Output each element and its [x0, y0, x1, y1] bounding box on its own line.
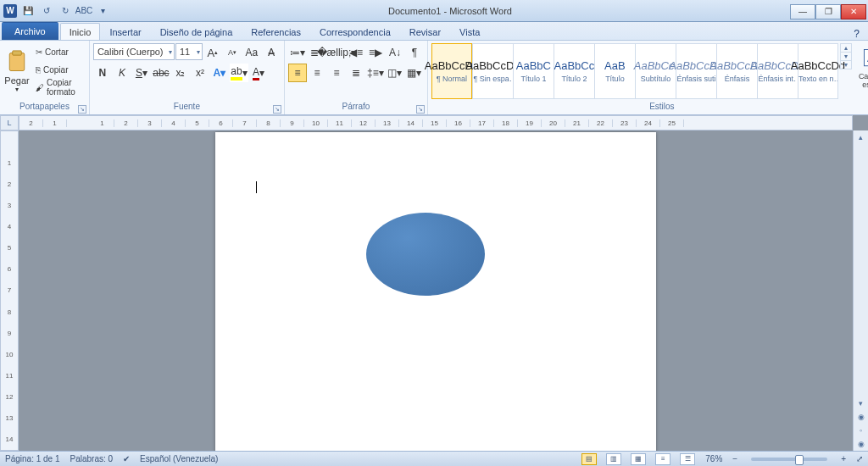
page[interactable] [215, 132, 656, 451]
bullets-button[interactable]: ≔▾ [288, 43, 307, 62]
tab-inicio[interactable]: Inicio [60, 23, 101, 40]
gallery-down[interactable]: ▾ [841, 53, 851, 61]
zoom-level[interactable]: 76% [705, 454, 722, 463]
align-center-button[interactable]: ≡ [308, 64, 326, 82]
align-right-button[interactable]: ≡ [327, 64, 346, 82]
next-page[interactable]: ◉ [854, 437, 868, 451]
tab-referencias[interactable]: Referencias [242, 23, 310, 40]
cut-button[interactable]: ✂ Cortar [32, 43, 86, 60]
bold-button[interactable]: N [93, 64, 112, 82]
font-size-combo[interactable]: 11 [175, 43, 203, 60]
workspace: L 21123456789101112131415161718192021222… [0, 115, 868, 451]
help-icon[interactable]: ? [845, 28, 868, 40]
prev-page[interactable]: ◉ [854, 410, 868, 424]
style-texto-en-n-[interactable]: AaBbCcDdTexto en n… [798, 43, 838, 99]
view-reading[interactable]: ▥ [606, 453, 621, 465]
align-left-button[interactable]: ≡ [288, 64, 307, 82]
zoom-slider[interactable] [751, 458, 827, 461]
qat-more[interactable]: ▾ [95, 3, 110, 19]
paste-icon [4, 50, 30, 74]
qat-save[interactable]: 💾 [20, 3, 36, 19]
show-marks-button[interactable]: ¶ [405, 43, 424, 62]
window-title: Documento1 - Microsoft Word [110, 6, 790, 16]
highlight-button[interactable]: ab▾ [230, 64, 248, 82]
status-proofing-icon[interactable]: ✔ [123, 454, 130, 463]
zoom-fit[interactable]: ⤢ [856, 454, 863, 463]
status-words[interactable]: Palabras: 0 [70, 454, 114, 463]
zoom-in[interactable]: + [841, 454, 846, 463]
qat-redo[interactable]: ↻ [58, 3, 73, 19]
copy-button[interactable]: ⎘ Copiar [32, 61, 86, 78]
change-styles-button[interactable]: A Cambiar estilos ▾ [854, 43, 868, 99]
shape-oval[interactable] [366, 213, 485, 296]
text-effects-button[interactable]: A▾ [210, 64, 229, 82]
zoom-out[interactable]: − [732, 454, 737, 463]
clipboard-launcher[interactable]: ↘ [78, 105, 86, 114]
font-launcher[interactable]: ↘ [273, 105, 281, 114]
change-case-button[interactable]: Aa [242, 43, 261, 62]
styles-gallery[interactable]: AaBbCcDd¶ NormalAaBbCcDd¶ Sin espa…AaBbC… [431, 43, 838, 99]
document-area[interactable] [19, 130, 853, 451]
multilevel-button[interactable]: �ællip;▾ [327, 43, 346, 62]
gallery-up[interactable]: ▴ [841, 44, 851, 53]
borders-button[interactable]: ▦▾ [405, 64, 424, 82]
paste-label: Pegar [4, 75, 29, 86]
clear-format-button[interactable]: A̶ [262, 43, 281, 62]
outdent-button[interactable]: ◀≡ [347, 43, 365, 62]
tab-vista[interactable]: Vista [450, 23, 489, 40]
grow-font-button[interactable]: A▴ [203, 43, 222, 62]
style--sin-espa-[interactable]: AaBbCcDd¶ Sin espa… [472, 43, 513, 99]
tab-revisar[interactable]: Revisar [400, 23, 450, 40]
justify-button[interactable]: ≣ [347, 64, 365, 82]
horizontal-ruler[interactable]: 2112345678910111213141516171819202122232… [19, 115, 853, 130]
close-button[interactable]: ✕ [841, 4, 866, 19]
minimize-button[interactable]: — [790, 4, 815, 19]
style-t-tulo-2[interactable]: AaBbCcTítulo 2 [554, 43, 594, 99]
superscript-button[interactable]: x² [191, 64, 209, 82]
tab-file[interactable]: Archivo [2, 22, 58, 40]
qat-undo[interactable]: ↺ [39, 3, 54, 19]
sort-button[interactable]: A↓ [386, 43, 404, 62]
browse-object[interactable]: ◦ [854, 424, 868, 437]
scroll-down[interactable]: ▾ [854, 397, 868, 410]
view-print[interactable]: ▤ [581, 453, 597, 465]
tab-correspondencia[interactable]: Correspondencia [310, 23, 400, 40]
scroll-up[interactable]: ▴ [854, 130, 868, 144]
status-language[interactable]: Español (Venezuela) [140, 454, 218, 463]
maximize-button[interactable]: ❐ [815, 4, 841, 19]
paragraph-launcher[interactable]: ↘ [416, 105, 425, 114]
italic-button[interactable]: K [113, 64, 131, 82]
group-clipboard-label: Portapapeles [19, 102, 70, 111]
indent-button[interactable]: ≡▶ [366, 43, 385, 62]
tab-insertar[interactable]: Insertar [100, 23, 150, 40]
view-outline[interactable]: ≡ [655, 453, 670, 465]
paste-button[interactable]: Pegar ▾ [3, 43, 31, 99]
change-styles-icon: A [860, 47, 868, 70]
vertical-ruler[interactable]: 1234567891011121314 [0, 130, 19, 451]
style-t-tulo[interactable]: AaBTítulo [594, 43, 635, 99]
group-paragraph-label: Párrafo [342, 102, 370, 111]
underline-button[interactable]: S▾ [132, 64, 151, 82]
group-paragraph: ≔▾ ≣▾ �ællip;▾ ◀≡ ≡▶ A↓ ¶ ≡ ≡ ≡ ≣ ‡≡▾ ◫▾… [285, 41, 428, 114]
styles-gallery-scroll[interactable]: ▴ ▾ ▾ [840, 43, 852, 69]
group-styles-label: Estilos [649, 102, 674, 111]
strike-button[interactable]: abc [152, 64, 170, 82]
ruler-corner[interactable]: L [0, 115, 19, 130]
view-draft[interactable]: ☰ [680, 453, 695, 465]
word-icon: W [3, 4, 17, 18]
subscript-button[interactable]: x₂ [171, 64, 190, 82]
font-name-combo[interactable]: Calibri (Cuerpo) [93, 43, 175, 60]
line-spacing-button[interactable]: ‡≡▾ [366, 64, 385, 82]
shading-button[interactable]: ◫▾ [386, 64, 404, 82]
status-page[interactable]: Página: 1 de 1 [5, 454, 60, 463]
qat-spell[interactable]: ABC [76, 3, 92, 19]
font-color-button[interactable]: A▾ [249, 64, 268, 82]
view-web[interactable]: ▦ [631, 453, 646, 465]
vertical-scrollbar[interactable]: ▴ ▾ ◉ ◦ ◉ [853, 130, 868, 451]
copy-icon: ⎘ [36, 65, 41, 75]
format-painter-button[interactable]: 🖌 Copiar formato [32, 79, 86, 96]
shrink-font-button[interactable]: A▾ [223, 43, 242, 62]
tab-diseno[interactable]: Diseño de página [151, 23, 242, 40]
gallery-more[interactable]: ▾ [841, 61, 851, 69]
style-t-tulo-1[interactable]: AaBbCTítulo 1 [513, 43, 554, 99]
